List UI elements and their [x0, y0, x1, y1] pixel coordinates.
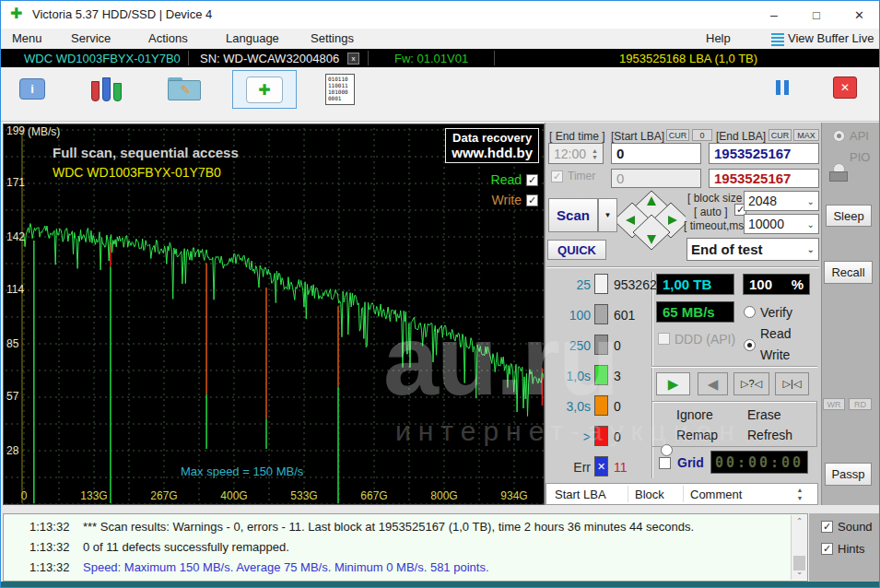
counter-swatch-100[interactable]: [594, 304, 608, 324]
menu-item-view-buffer-live[interactable]: View Buffer Live: [788, 31, 874, 45]
sleep-button[interactable]: Sleep: [826, 205, 872, 227]
seek-diamond-control[interactable]: [617, 188, 686, 253]
y-axis-tick: 114: [6, 283, 24, 296]
spinner-icon[interactable]: ▲▼: [592, 147, 598, 160]
spinner-icon[interactable]: ▲▼: [793, 486, 806, 504]
break-all-button[interactable]: ✕: [827, 73, 863, 102]
timer-value: 0: [616, 171, 624, 186]
hints-label: Hints: [838, 542, 865, 556]
end-action-combo[interactable]: End of test⌄: [686, 238, 819, 261]
counter-value-err: 11: [614, 460, 628, 475]
start-lba-value: 0: [616, 146, 624, 161]
passp-button[interactable]: Passp: [825, 463, 872, 486]
counter-label-25: 25: [548, 277, 591, 292]
read-label: Read: [491, 172, 522, 187]
write-label: Write: [492, 193, 522, 207]
scan-dropdown-button[interactable]: ▼: [598, 198, 617, 232]
start-lba-zero-button[interactable]: 0: [692, 129, 712, 141]
erase-label: Erase: [747, 407, 781, 422]
scroll-up-icon[interactable]: ⌃: [792, 515, 807, 527]
menu-item-actions[interactable]: Actions: [141, 29, 195, 48]
x-axis-tick: 800G: [426, 489, 463, 502]
sound-checkbox[interactable]: ✓: [821, 521, 833, 533]
counter-swatch-250[interactable]: [594, 335, 608, 355]
timeout-label: [ timeout,ms ]: [684, 219, 750, 232]
scan-button[interactable]: Scan: [548, 198, 598, 232]
block-size-combo[interactable]: 2048⌄: [744, 191, 819, 211]
column-block: Block: [635, 488, 664, 501]
graph-model: WDC WD1003FBYX-01Y7B0: [53, 165, 221, 180]
ddd-checkbox[interactable]: [658, 333, 670, 345]
end-lba-value-2: 1953525167: [714, 171, 791, 186]
menu-item-language[interactable]: Language: [218, 29, 287, 48]
log-time: 1:13:32: [29, 560, 69, 574]
test-repair-button[interactable]: ✚: [232, 70, 297, 109]
api-radio[interactable]: [833, 130, 845, 142]
counter-swatch-err[interactable]: ✕: [594, 456, 608, 476]
test-tube-icon: [102, 77, 111, 101]
smart-logs-button[interactable]: ✎: [154, 72, 215, 105]
write-toggle[interactable]: Write ✓: [464, 193, 538, 207]
menu-item-menu[interactable]: Menu: [5, 29, 50, 48]
log-time: 1:13:32: [29, 520, 69, 534]
wr-button[interactable]: WR: [823, 398, 845, 410]
end-time-field[interactable]: 12:00 ▲▼: [548, 143, 604, 164]
defect-table-header: Start LBA Block Comment ▲▼: [546, 483, 818, 505]
counter-swatch-25[interactable]: [594, 274, 608, 294]
seek-step-button[interactable]: ▷|◁: [775, 372, 809, 395]
seek-step-icon: ▷|◁: [783, 378, 802, 390]
counter-swatch-1s[interactable]: [594, 365, 608, 385]
timeout-combo[interactable]: 10000⌄: [744, 214, 819, 234]
grid-checkbox[interactable]: [659, 457, 671, 469]
x-axis-tick: 400G: [216, 489, 252, 502]
speed-display: 65 MB/s: [656, 301, 734, 323]
read-toggle[interactable]: Read ✓: [464, 172, 538, 187]
menu-item-help[interactable]: Help: [698, 29, 738, 48]
timer-checkbox[interactable]: ✓: [551, 171, 563, 182]
play-forward-button[interactable]: ▶: [656, 372, 690, 395]
play-reverse-button[interactable]: ◀: [698, 372, 728, 395]
write-checkbox[interactable]: ✓: [526, 194, 538, 206]
log-scrollbar[interactable]: ⌃ ⌄: [791, 515, 807, 580]
read-checkbox[interactable]: ✓: [526, 174, 538, 186]
timeout-value: 10000: [748, 217, 784, 231]
read-radio[interactable]: [744, 339, 756, 351]
quick-label: QUICK: [557, 243, 596, 257]
scroll-down-icon[interactable]: ⌄: [792, 568, 807, 580]
hints-checkbox[interactable]: ✓: [821, 543, 833, 555]
end-lba-max-button[interactable]: MAX: [793, 129, 819, 141]
chevron-down-icon: ⌄: [807, 196, 815, 206]
drive-info-button[interactable]: i: [8, 72, 56, 105]
counter-label-100: 100: [548, 308, 591, 323]
rd-button[interactable]: RD: [849, 398, 872, 410]
pause-button[interactable]: [764, 73, 801, 102]
start-lba-field[interactable]: 0: [611, 143, 701, 164]
smart-button[interactable]: [82, 72, 130, 105]
end-lba-cur-button[interactable]: CUR: [769, 129, 792, 141]
verify-radio[interactable]: [744, 306, 756, 318]
seek-question-button[interactable]: ▷?◁: [733, 372, 769, 395]
device-close-button[interactable]: x: [347, 53, 359, 65]
column-start-lba: Start LBA: [555, 488, 606, 501]
hddby-badge: Data recovery www.hdd.by: [445, 128, 539, 163]
counter-swatch-gt[interactable]: [594, 426, 608, 446]
maximize-button[interactable]: □: [797, 1, 836, 29]
start-lba-cur-button[interactable]: CUR: [666, 129, 689, 141]
binary-sheet-icon: 010110 110011 101000 0001: [325, 74, 355, 105]
counter-swatch-3s[interactable]: [594, 395, 608, 416]
quick-button[interactable]: QUICK: [547, 240, 606, 260]
menu-item-settings[interactable]: Settings: [303, 29, 361, 48]
reverse-icon: ◀: [708, 376, 719, 393]
disk-editor-button[interactable]: 010110 110011 101000 0001: [314, 70, 366, 109]
y-axis-tick: 57: [6, 390, 18, 403]
end-lba-field[interactable]: 1953525167: [709, 143, 819, 164]
menu-item-service[interactable]: Service: [64, 29, 118, 48]
recall-button[interactable]: Recall: [824, 261, 873, 284]
close-button[interactable]: ✕: [839, 1, 879, 29]
minimize-button[interactable]: –: [755, 1, 793, 29]
log-side-panel: ✓ Sound ✓ Hints: [809, 513, 880, 582]
timer-field[interactable]: 0: [611, 169, 701, 188]
ignore-radio[interactable]: [661, 444, 673, 456]
scan-label: Scan: [557, 207, 590, 223]
end-lba-field-2[interactable]: 1953525167: [709, 169, 819, 188]
